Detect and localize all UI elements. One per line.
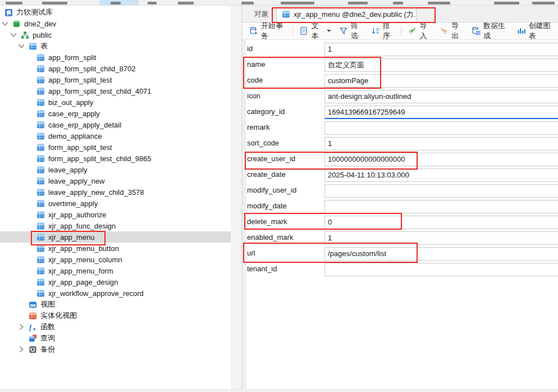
- chevron-expanded-icon[interactable]: [1, 20, 9, 28]
- field-label-category_id: category_id: [247, 104, 285, 120]
- tree-item-label: form_app_split_test_child_9865: [48, 154, 152, 163]
- record-form: id1name自定义页面codecustomPageiconant-design…: [243, 40, 558, 389]
- tree-item-label: xjr_app_menu: [48, 233, 94, 241]
- tree-item-label: app_form_split: [48, 53, 96, 62]
- field-input-url[interactable]: /pages/custom/list: [324, 247, 558, 261]
- tree-item-form_app_split_test[interactable]: form_app_split_test: [0, 142, 231, 153]
- tree-item-label: 实体化视图: [40, 311, 77, 321]
- field-input-name[interactable]: 自定义页面: [324, 58, 558, 72]
- field-input-create_date[interactable]: 2025-04-11 10:13:03.000: [324, 168, 558, 182]
- form-row-remark: remark: [243, 120, 558, 135]
- tree-item-case_erp_apply[interactable]: case_erp_apply: [0, 108, 231, 119]
- field-input-enabled_mark[interactable]: 1: [324, 231, 558, 245]
- tree-item-biz_out_apply[interactable]: biz_out_apply: [0, 97, 231, 108]
- tree-item-label: public: [33, 31, 52, 39]
- field-input-icon[interactable]: ant-design:aliyun-outlined: [324, 90, 558, 103]
- tab-objects[interactable]: 对象: [247, 6, 276, 22]
- tree-item-label: app_form_split_test: [48, 76, 112, 84]
- chevron-expanded-icon[interactable]: [17, 42, 25, 50]
- tree-item-label: xjr_workflow_approve_record: [48, 289, 144, 298]
- schema-icon: [21, 31, 29, 39]
- tree-item-xjr_app_menu_button[interactable]: xjr_app_menu_button: [0, 243, 231, 254]
- field-input-modify_user_id[interactable]: [324, 184, 558, 198]
- tree-item-力软测试库[interactable]: 力软测试库: [0, 7, 231, 18]
- field-input-remark[interactable]: [324, 121, 558, 135]
- tab-xjr-app-menu[interactable]: xjr_app_menu @dne2_dev.public (力...: [276, 6, 417, 22]
- tree-item-app_form_split[interactable]: app_form_split: [0, 52, 231, 63]
- tree-item-函数[interactable]: fx函数: [0, 321, 231, 332]
- tree-item-xjr_app_authorize[interactable]: xjr_app_authorize: [0, 209, 231, 220]
- tree-item-xjr_app_menu[interactable]: xjr_app_menu: [0, 231, 231, 243]
- filter-icon: [339, 26, 348, 35]
- tree-item-app_form_split_test_child_4071[interactable]: app_form_split_test_child_4071: [0, 85, 231, 97]
- form-row-sort_code: sort_code1: [243, 135, 558, 151]
- field-input-sort_code[interactable]: 1: [324, 137, 558, 151]
- chevron-expanded-icon[interactable]: [10, 31, 17, 39]
- toolbar-button-data-generation[interactable]: 数据生成: [468, 24, 513, 38]
- tree-item-表[interactable]: 表: [0, 40, 231, 52]
- form-row-tenant_id: tenant_id: [243, 261, 558, 277]
- field-label-remark: remark: [247, 120, 269, 135]
- backup-icon: [29, 345, 37, 354]
- tree-item-实体化视图[interactable]: 实体化视图: [0, 310, 231, 321]
- clipped-toolbar-text: [393, 2, 403, 4]
- tree-item-demo_appliance[interactable]: demo_appliance: [0, 130, 231, 142]
- tree-item-查询[interactable]: 查询: [0, 332, 231, 344]
- toolbar-button-filter[interactable]: 筛选: [335, 24, 367, 38]
- table-icon: [282, 10, 290, 19]
- form-row-create_user_id: create_user_id1000000000000000000: [243, 151, 558, 167]
- tree-item-xjr_app_func_design[interactable]: xjr_app_func_design: [0, 220, 231, 231]
- tree-item-dne2_dev[interactable]: dne2_dev: [0, 18, 231, 29]
- chevron-collapsed-icon[interactable]: [17, 345, 25, 353]
- dropdown-caret-icon[interactable]: [327, 30, 331, 32]
- field-input-modify_date[interactable]: [324, 200, 558, 213]
- field-input-id[interactable]: 1: [324, 43, 558, 56]
- tree-item-xjr_app_menu_form[interactable]: xjr_app_menu_form: [0, 265, 231, 276]
- tree-scrollbar[interactable]: [231, 6, 241, 389]
- tree-item-leave_apply_new_child_3578[interactable]: leave_apply_new_child_3578: [0, 186, 231, 198]
- field-label-name: name: [247, 57, 266, 72]
- chevron-collapsed-icon[interactable]: [17, 323, 25, 331]
- tree-item-label: demo_appliance: [48, 132, 102, 140]
- field-input-code[interactable]: customPage: [324, 74, 558, 88]
- tree-item-public[interactable]: public: [0, 29, 231, 40]
- tree-item-label: 备份: [40, 344, 55, 354]
- field-input-create_user_id[interactable]: 1000000000000000000: [324, 153, 558, 166]
- toolbar-button-begin-transaction[interactable]: 开始事务: [245, 24, 290, 38]
- tree-item-label: app_form_split_child_8702: [48, 65, 135, 73]
- tab-bar: 对象 xjr_app_menu @dne2_dev.public (力...: [243, 6, 558, 22]
- tree-item-overtime_apply[interactable]: overtime_apply: [0, 198, 231, 209]
- query-icon: [29, 334, 37, 343]
- tree-item-xjr_app_page_design[interactable]: xjr_app_page_design: [0, 276, 231, 288]
- toolbar-button-export[interactable]: 导出: [436, 24, 468, 38]
- field-input-delete_mark[interactable]: 0: [324, 216, 558, 229]
- field-input-tenant_id[interactable]: [324, 263, 558, 276]
- tree-item-label: xjr_app_func_design: [48, 222, 116, 230]
- tree-item-leave_apply[interactable]: leave_apply: [0, 164, 231, 175]
- tree-item-xjr_app_menu_column[interactable]: xjr_app_menu_column: [0, 254, 231, 265]
- table-icon: [36, 188, 45, 197]
- tree-item-xjr_workflow_approve_record[interactable]: xjr_workflow_approve_record: [0, 288, 231, 299]
- tree-item-label: app_form_split_test_child_4071: [48, 87, 152, 95]
- toolbar-button-import[interactable]: 导入: [404, 24, 436, 38]
- tree-item-label: 视图: [40, 299, 55, 309]
- toolbar-button-label: 文本: [311, 21, 322, 41]
- tree-item-视图[interactable]: 视图: [0, 299, 231, 310]
- toolbar-button-chart[interactable]: 创建图表: [513, 24, 558, 38]
- field-label-id: id: [247, 41, 253, 57]
- table-icon: [36, 98, 45, 107]
- toolbar-button-sort[interactable]: 排序: [367, 24, 399, 38]
- toolbar-button-text-doc[interactable]: 文本: [295, 24, 335, 38]
- tab-xjr-app-menu-label: xjr_app_menu @dne2_dev.public (力...: [294, 10, 417, 20]
- tree-item-app_form_split_child_8702[interactable]: app_form_split_child_8702: [0, 63, 231, 74]
- tree-item-app_form_split_test[interactable]: app_form_split_test: [0, 74, 231, 85]
- tree-item-label: leave_apply: [48, 166, 87, 174]
- tree-item-form_app_split_test_child_9865[interactable]: form_app_split_test_child_9865: [0, 153, 231, 164]
- record-toolbar: 开始事务文本筛选排序导入导出数据生成创建图表: [243, 22, 558, 40]
- tree-item-备份[interactable]: 备份: [0, 344, 231, 355]
- field-input-category_id[interactable]: 1694139669167259649: [324, 106, 558, 119]
- table-icon: [36, 177, 45, 185]
- tree-item-case_erp_apply_detail[interactable]: case_erp_apply_detail: [0, 119, 231, 130]
- sort-icon: [371, 26, 380, 35]
- tree-item-leave_apply_new[interactable]: leave_apply_new: [0, 175, 231, 186]
